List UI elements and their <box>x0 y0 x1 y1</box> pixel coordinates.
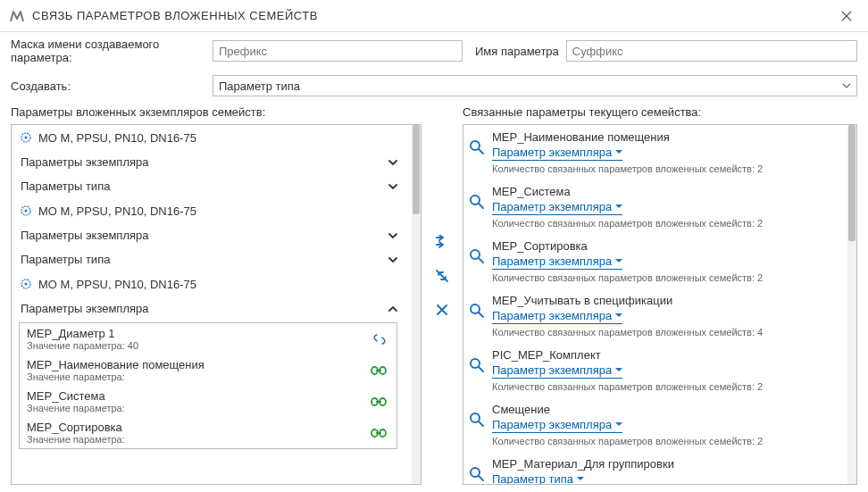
family-icon <box>19 277 33 291</box>
param-item[interactable]: MEP_Система Значение параметра: <box>20 386 396 417</box>
param-value: Значение параметра: 40 <box>27 340 138 351</box>
svg-line-28 <box>479 476 483 480</box>
left-scrollbar[interactable] <box>412 125 421 484</box>
linked-param-type-select[interactable]: Параметр экземпляра <box>492 146 622 161</box>
linked-param-type: Параметр экземпляра <box>492 200 612 213</box>
close-button[interactable] <box>834 7 859 25</box>
family-row[interactable]: MO M, PPSU, PN10, DN16-75 <box>12 271 412 296</box>
remove-button[interactable] <box>431 299 453 321</box>
scrollbar-thumb[interactable] <box>848 125 855 241</box>
chevron-down-icon <box>577 477 584 481</box>
linked-param-name: MEP_Наименование помещения <box>492 130 840 144</box>
link-broken-icon[interactable] <box>371 331 388 347</box>
suffix-input[interactable] <box>566 40 857 62</box>
param-group-row[interactable]: Параметры экземпляра <box>12 223 412 247</box>
chevron-up-icon <box>387 304 399 313</box>
right-scrollbar[interactable] <box>847 125 856 484</box>
app-logo-icon <box>9 8 25 24</box>
family-name: MO M, PPSU, PN10, DN16-75 <box>38 131 196 145</box>
link-icon[interactable] <box>370 364 388 377</box>
linked-param-item[interactable]: MEP_Наименование помещения Параметр экзе… <box>463 125 847 179</box>
create-select[interactable]: Параметр типа <box>213 75 857 96</box>
search-icon[interactable] <box>469 303 485 319</box>
link-icon[interactable] <box>370 396 388 408</box>
unlink-button[interactable] <box>431 265 453 287</box>
window-title: СВЯЗЬ ПАРАМЕТРОВ ВЛОЖЕННЫХ СЕМЕЙСТВ <box>32 9 834 22</box>
left-header: Параметры вложенных экземпляров семейств… <box>11 105 421 119</box>
group-name: Параметры типа <box>21 253 110 266</box>
linked-param-count: Количество связанных параметров вложенны… <box>492 163 840 174</box>
linked-param-name: MEP_Материал_Для группировки <box>492 457 840 471</box>
linked-param-item[interactable]: MEP_Материал_Для группировки Параметр ти… <box>463 452 847 484</box>
param-item[interactable]: MEP_Сортировка Значение параметра: <box>20 417 396 448</box>
chevron-down-icon <box>615 313 622 318</box>
linked-param-type-select[interactable]: Параметр экземпляра <box>492 309 622 324</box>
linked-param-item[interactable]: Смещение Параметр экземпляра Количество … <box>463 397 847 452</box>
param-group-row[interactable]: Параметры типа <box>12 174 412 198</box>
svg-point-3 <box>25 210 28 213</box>
linked-param-count: Количество связанных параметров вложенны… <box>492 381 840 392</box>
linked-param-name: MEP_Сортировка <box>492 239 840 253</box>
linked-param-item[interactable]: MEP_Система Параметр экземпляра Количест… <box>463 179 847 234</box>
family-row[interactable]: MO M, PPSU, PN10, DN16-75 <box>12 198 412 223</box>
linked-param-count: Количество связанных параметров вложенны… <box>492 218 840 229</box>
param-value: Значение параметра: <box>27 434 125 445</box>
linked-param-type-select[interactable]: Параметр экземпляра <box>492 254 622 270</box>
linked-param-type-select[interactable]: Параметр экземпляра <box>492 418 622 433</box>
linked-param-type: Параметр экземпляра <box>492 418 612 431</box>
param-group-row[interactable]: Параметры экземпляра <box>12 150 412 174</box>
linked-param-count: Количество связанных параметров вложенны… <box>492 272 840 283</box>
linked-param-type-select[interactable]: Параметр экземпляра <box>492 200 622 215</box>
search-icon[interactable] <box>469 248 485 264</box>
param-name: MEP_Сортировка <box>27 421 125 434</box>
group-name: Параметры экземпляра <box>21 229 148 242</box>
linked-param-type-select[interactable]: Параметр типа <box>492 472 584 484</box>
chevron-down-icon <box>387 182 399 191</box>
svg-line-18 <box>479 204 483 208</box>
chevron-down-icon <box>387 231 399 240</box>
linked-param-name: MEP_Система <box>492 185 840 198</box>
link-icon[interactable] <box>370 427 388 439</box>
family-row[interactable]: MO M, PPSU, PN10, DN16-75 <box>12 125 412 150</box>
param-group-row[interactable]: Параметры типа <box>12 247 412 271</box>
svg-point-1 <box>25 137 28 139</box>
param-group-row[interactable]: Параметры экземпляра <box>12 296 412 321</box>
linked-param-item[interactable]: MEP_Сортировка Параметр экземпляра Колич… <box>463 234 847 288</box>
param-item[interactable]: MEP_Наименование помещения Значение пара… <box>20 354 396 386</box>
right-panel: MEP_Наименование помещения Параметр экзе… <box>463 124 857 485</box>
linked-param-count: Количество связанных параметров вложенны… <box>492 327 840 338</box>
svg-line-20 <box>479 258 483 263</box>
linked-param-type: Параметр экземпляра <box>492 146 612 159</box>
create-label: Создавать: <box>11 79 205 93</box>
linked-param-type: Параметр экземпляра <box>492 363 612 377</box>
search-icon[interactable] <box>469 357 485 373</box>
scrollbar-thumb[interactable] <box>413 125 420 214</box>
family-name: MO M, PPSU, PN10, DN16-75 <box>38 204 196 218</box>
linked-param-type: Параметр экземпляра <box>492 254 612 268</box>
search-icon[interactable] <box>469 412 485 428</box>
param-list: MEP_Диаметр 1 Значение параметра: 40 MEP… <box>19 322 397 449</box>
linked-param-type: Параметр экземпляра <box>492 309 612 322</box>
create-select-value: Параметр типа <box>219 79 300 93</box>
linked-param-item[interactable]: MEP_Учитывать в спецификации Параметр эк… <box>463 288 847 343</box>
linked-param-name: PIC_MEP_Комплект <box>492 348 840 362</box>
family-name: MO M, PPSU, PN10, DN16-75 <box>38 278 196 291</box>
prefix-input[interactable] <box>213 40 463 62</box>
linked-param-type-select[interactable]: Параметр экземпляра <box>492 363 622 379</box>
search-icon[interactable] <box>469 194 485 210</box>
param-item[interactable]: MEP_Диаметр 1 Значение параметра: 40 <box>20 323 396 354</box>
param-value: Значение параметра: <box>27 371 204 382</box>
search-icon[interactable] <box>469 466 485 482</box>
linked-param-type: Параметр типа <box>492 472 573 484</box>
param-name: MEP_Диаметр 1 <box>27 327 138 340</box>
param-name: MEP_Наименование помещения <box>27 358 204 371</box>
svg-line-22 <box>479 313 483 317</box>
group-name: Параметры типа <box>21 179 110 193</box>
left-panel: MO M, PPSU, PN10, DN16-75 Параметры экзе… <box>11 124 421 485</box>
link-all-button[interactable] <box>431 231 453 253</box>
linked-param-count: Количество связанных параметров вложенны… <box>492 436 840 446</box>
family-icon <box>19 204 33 218</box>
chevron-down-icon <box>615 150 622 154</box>
linked-param-item[interactable]: PIC_MEP_Комплект Параметр экземпляра Кол… <box>463 343 847 397</box>
search-icon[interactable] <box>469 139 485 155</box>
